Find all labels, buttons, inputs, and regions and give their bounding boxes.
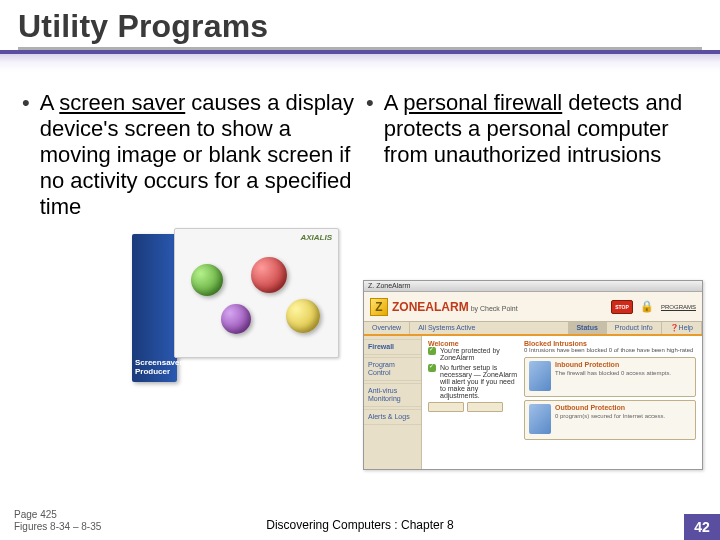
check-icon [428,347,436,355]
boxart-label: Screensaver Producer [135,358,183,376]
bullet-prefix: A [40,90,60,115]
inbound-text: The firewall has blocked 0 access attemp… [555,370,671,377]
bullet-prefix: A [384,90,404,115]
screensaver-product-image: Screensaver Producer AXIALIS [132,228,342,383]
ball-yellow-icon [286,299,320,333]
za-content-pane: Welcome You're protected by ZoneAlarm No… [422,336,702,469]
za-logo-sub: by Check Point [471,305,518,312]
check-icon [428,364,436,372]
za-logo: Z ZONEALARM by Check Point [370,298,518,316]
za-programs-link[interactable]: PROGRAMS [661,304,696,310]
bullet-firewall: • A personal firewall detects and protec… [366,90,698,168]
tab-product-info[interactable]: Product Info [607,322,662,334]
za-welcome-col: Welcome You're protected by ZoneAlarm No… [428,340,518,465]
title-divider [0,50,720,72]
slide-title: Utility Programs [18,8,702,50]
za-logo-text: ZONEALARM [392,300,469,314]
tab-status[interactable]: Status [568,322,606,334]
inbound-icon [529,361,551,391]
ball-green-icon [191,264,223,296]
bullet-screensaver: • A screen saver causes a display device… [22,90,354,220]
screensaver-preview-panel: AXIALIS [174,228,339,358]
bullet-dot-icon: • [366,90,374,116]
za-welcome-heading: Welcome [428,340,518,347]
slide-footer: Page 425 Figures 8-34 – 8-35 Discovering… [0,502,720,540]
za-help-link[interactable]: ❓Help [662,322,702,334]
zonealarm-screenshot: Z. ZoneAlarm Z ZONEALARM by Check Point … [363,280,703,470]
title-bar: Utility Programs [0,0,720,50]
status-line-1: You're protected by ZoneAlarm [440,347,518,361]
outbound-title: Outbound Protection [555,404,665,411]
nav-firewall[interactable]: Firewall [364,339,421,355]
za-shield-icon: Z [370,298,388,316]
content-columns: • A screen saver causes a display device… [0,72,720,220]
nav-alerts[interactable]: Alerts & Logs [364,409,421,425]
bullet-text-left: A screen saver causes a display device's… [40,90,354,220]
za-tabs: Overview All Systems Active Status Produ… [364,322,702,336]
product-boxart: Screensaver Producer [132,234,177,382]
nav-antivirus[interactable]: Anti-virus Monitoring [364,383,421,407]
za-header-right: STOP 🔒 PROGRAMS [611,299,696,315]
status-line-2: No further setup is necessary — ZoneAlar… [440,364,518,399]
za-status-nosetup: No further setup is necessary — ZoneAlar… [428,364,518,399]
za-stop-button[interactable]: STOP [611,300,633,314]
bullet-text-right: A personal firewall detects and protects… [384,90,698,168]
keyword-screensaver: screen saver [59,90,185,115]
preview-balls [181,249,332,351]
za-status-protected: You're protected by ZoneAlarm [428,347,518,361]
keyword-firewall: personal firewall [403,90,562,115]
nav-program-control[interactable]: Program Control [364,357,421,381]
ball-red-icon [251,257,287,293]
axialis-logo: AXIALIS [300,233,332,242]
za-main: Firewall Program Control Anti-virus Moni… [364,336,702,469]
slide-number-badge: 42 [684,514,720,540]
outbound-text: 0 program(s) secured for Internet access… [555,413,665,420]
tab-status-text: All Systems Active [410,322,568,334]
outbound-icon [529,404,551,434]
lock-icon: 🔒 [639,299,655,315]
inbound-title: Inbound Protection [555,361,671,368]
za-window-titlebar: Z. ZoneAlarm [364,281,702,292]
za-header: Z ZONEALARM by Check Point STOP 🔒 PROGRA… [364,292,702,322]
left-column: • A screen saver causes a display device… [22,90,360,220]
footer-center-text: Discovering Computers : Chapter 8 [0,518,720,532]
za-tiny-button-1[interactable] [428,402,464,412]
boxart-line1: Screensaver [135,358,183,367]
ball-purple-icon [221,304,251,334]
help-label: Help [679,324,693,331]
za-blocked-heading: Blocked Intrusions [524,340,696,347]
za-inbound-panel: Inbound Protection The firewall has bloc… [524,357,696,397]
za-tutorial-buttons [428,402,518,412]
right-column: • A personal firewall detects and protec… [360,90,698,220]
za-blocked-sub: 0 Intrusions have been blocked 0 of thos… [524,347,696,354]
boxart-line2: Producer [135,367,170,376]
za-protection-col: Blocked Intrusions 0 Intrusions have bee… [524,340,696,465]
za-tiny-button-2[interactable] [467,402,503,412]
bullet-dot-icon: • [22,90,30,116]
za-sidebar: Firewall Program Control Anti-virus Moni… [364,336,422,469]
za-outbound-panel: Outbound Protection 0 program(s) secured… [524,400,696,440]
tab-overview[interactable]: Overview [364,322,410,334]
